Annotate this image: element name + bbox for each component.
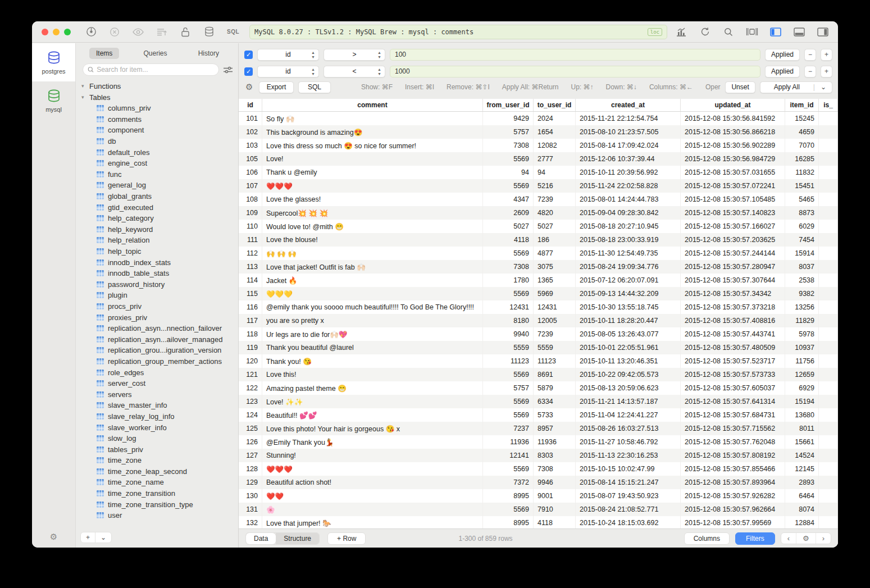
remove-filter-button[interactable]: −	[804, 49, 816, 61]
toggle-left-panel-icon[interactable]	[769, 26, 782, 38]
sidebar-item-table[interactable]: slave_relay_log_info	[76, 411, 238, 422]
filter-value-input[interactable]	[390, 49, 760, 61]
sidebar-item-table[interactable]: servers	[76, 389, 238, 400]
sidebar-item-table[interactable]: replication_grou...iguration_version	[76, 345, 238, 356]
table-row[interactable]: 111Love the blouse!41181862015-08-18 23:…	[239, 233, 838, 247]
tab-structure[interactable]: Structure	[276, 533, 319, 544]
grid-settings-gear-icon[interactable]: ⚙	[796, 533, 816, 544]
filter-operator-select[interactable]: >▲▼	[324, 49, 385, 61]
sidebar-item-table[interactable]: time_zone	[76, 455, 238, 466]
add-filter-button[interactable]: +	[821, 66, 832, 78]
sidebar-item-table[interactable]: help_keyword	[76, 224, 238, 235]
sidebar-item-table[interactable]: component	[76, 125, 238, 136]
connect-icon[interactable]	[85, 26, 97, 38]
sidebar-item-table[interactable]: global_grants	[76, 191, 238, 202]
sidebar-item-table[interactable]: gtid_executed	[76, 202, 238, 213]
table-row[interactable]: 110Would love to! @mith 😁502750272015-08…	[239, 220, 838, 233]
sidebar-item-table[interactable]: help_category	[76, 213, 238, 224]
sidebar-item-table[interactable]: tables_priv	[76, 444, 238, 455]
column-header[interactable]: id	[239, 99, 262, 111]
sidebar-item-table[interactable]: time_zone_transition	[76, 488, 238, 499]
table-row[interactable]: 106Thank u @emily94942015-10-11 20:39:56…	[239, 166, 838, 179]
tree-group-functions[interactable]: ▾ Functions	[76, 80, 238, 92]
sidebar-item-table[interactable]: role_edges	[76, 367, 238, 378]
sidebar-item-table[interactable]: time_zone_transition_type	[76, 499, 238, 510]
table-row[interactable]: 108Love the glasses!434772392015-08-01 1…	[239, 193, 838, 206]
sidebar-item-table[interactable]: user	[76, 510, 238, 521]
focus-layout-icon[interactable]	[746, 26, 758, 38]
sidebar-item-table[interactable]: func	[76, 169, 238, 180]
column-header[interactable]: created_at	[576, 99, 681, 111]
sidebar-item-table[interactable]: time_zone_leap_second	[76, 466, 238, 477]
filter-applied-button[interactable]: Applied	[765, 66, 800, 78]
search-icon[interactable]	[722, 26, 735, 38]
disconnect-icon[interactable]	[109, 26, 120, 38]
table-row[interactable]: 109Supercool💥 💥 💥260948202015-09-04 09:2…	[239, 206, 838, 220]
apply-all-button[interactable]: Apply All | ⌄	[760, 81, 832, 93]
minimize-window-button[interactable]	[53, 29, 60, 35]
filter-field-select[interactable]: id▲▼	[257, 49, 319, 61]
columns-button[interactable]: Columns	[684, 532, 730, 545]
table-row[interactable]: 131🌸556979102015-08-24 21:08:52.7712015-…	[239, 503, 838, 516]
table-row[interactable]: 117you are so pretty x8180120052015-10-1…	[239, 314, 838, 327]
sidebar-item-table[interactable]: innodb_table_stats	[76, 268, 238, 279]
sidebar-item-table[interactable]: replication_asyn...nnection_failover	[76, 323, 238, 334]
search-input[interactable]	[97, 66, 214, 74]
query-log-icon[interactable]	[156, 26, 167, 38]
table-row[interactable]: 129Beautiful action shot!737299462015-08…	[239, 476, 838, 489]
sidebar-item-table[interactable]: password_history	[76, 279, 238, 290]
table-row[interactable]: 130❤️❤️899590012015-08-07 19:43:50.92320…	[239, 489, 838, 503]
sidebar-item-table[interactable]: general_log	[76, 180, 238, 191]
table-row[interactable]: 107❤️❤️❤️556952162015-11-24 22:02:58.828…	[239, 179, 838, 193]
table-row[interactable]: 122Amazing pastel theme 😁575758792015-08…	[239, 381, 838, 395]
sidebar-item-table[interactable]: default_roles	[76, 147, 238, 158]
settings-gear-icon[interactable]: ⚙	[32, 532, 75, 542]
filter-applied-button[interactable]: Applied	[765, 49, 800, 61]
table-row[interactable]: 116@emily thank you soooo much beautiful…	[239, 300, 838, 314]
sql-editor-icon[interactable]: SQL	[227, 29, 239, 35]
table-row[interactable]: 124Beautiful!! 💕💕556957332015-11-04 12:2…	[239, 408, 838, 422]
unset-button[interactable]: Unset	[725, 81, 755, 93]
close-window-button[interactable]	[42, 29, 48, 35]
sidebar-item-table[interactable]: help_topic	[76, 246, 238, 257]
next-page-button[interactable]: ›	[816, 533, 831, 544]
table-row[interactable]: 132Love that jumper! 🐎899541182015-10-24…	[239, 516, 838, 528]
table-row[interactable]: 113Love that jacket! Outfit is fab 🙌🏻730…	[239, 260, 838, 274]
database-icon[interactable]	[203, 26, 215, 38]
table-row[interactable]: 112🙌 🙌 🙌556948772015-11-30 12:54:49.7352…	[239, 247, 838, 260]
table-row[interactable]: 120Thank you! 😘11123111232015-10-11 13:2…	[239, 354, 838, 368]
export-button[interactable]: Export	[259, 81, 294, 93]
table-row[interactable]: 114Jacket 🔥178013652015-07-12 06:20:07.0…	[239, 274, 838, 287]
column-header[interactable]: is_	[819, 99, 838, 111]
filter-options-icon[interactable]	[224, 66, 233, 74]
filter-value-input[interactable]	[390, 66, 760, 78]
toggle-right-panel-icon[interactable]	[817, 26, 829, 38]
table-row[interactable]: 121Love this!556986912015-10-22 09:42:05…	[239, 368, 838, 381]
table-row[interactable]: 102This background is amazing😍5757165420…	[239, 125, 838, 139]
add-item-menu-button[interactable]: ⌄	[95, 532, 111, 543]
table-row[interactable]: 125Love this photo! Your hair is gorgeou…	[239, 422, 838, 435]
connection-mysql[interactable]: mysql	[32, 81, 75, 120]
table-row[interactable]: 103Love this dress so much 😍 so nice for…	[239, 139, 838, 152]
tab-queries[interactable]: Queries	[136, 48, 174, 59]
reload-icon[interactable]	[699, 26, 711, 38]
sidebar-item-table[interactable]: procs_priv	[76, 301, 238, 312]
sidebar-item-table[interactable]: columns_priv	[76, 103, 238, 114]
filters-button[interactable]: Filters	[735, 532, 775, 545]
tab-items[interactable]: Items	[89, 48, 119, 59]
table-row[interactable]: 118Ur legs are to die for🙌🏻💖994072392015…	[239, 327, 838, 341]
column-header[interactable]: comment	[262, 99, 483, 111]
connection-postgres[interactable]: postgres	[32, 43, 75, 81]
column-header[interactable]: updated_at	[681, 99, 785, 111]
preview-eye-icon[interactable]	[133, 26, 144, 38]
sidebar-item-table[interactable]: slave_master_info	[76, 400, 238, 411]
tab-data[interactable]: Data	[246, 533, 276, 544]
add-row-button[interactable]: + Row	[327, 532, 366, 545]
add-item-button[interactable]: +	[81, 532, 95, 543]
toggle-bottom-panel-icon[interactable]	[793, 26, 805, 38]
remove-filter-button[interactable]: −	[804, 66, 816, 78]
sidebar-item-table[interactable]: db	[76, 136, 238, 147]
column-header[interactable]: item_id	[785, 99, 819, 111]
sidebar-item-table[interactable]: slave_worker_info	[76, 422, 238, 433]
sidebar-item-table[interactable]: slow_log	[76, 433, 238, 444]
